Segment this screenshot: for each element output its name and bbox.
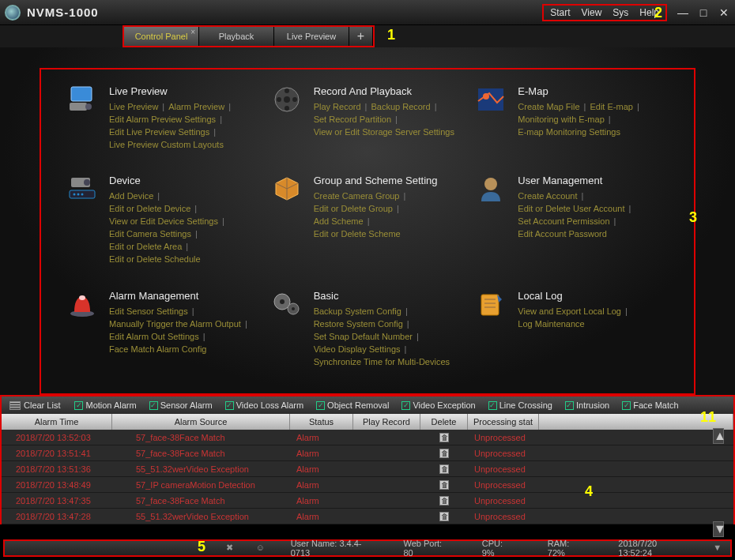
close-button[interactable]: ✕ [718, 8, 730, 17]
link-set-account-permission[interactable]: Set Account Permission [518, 215, 609, 227]
link-play-record[interactable]: Play Record [314, 100, 361, 113]
delete-icon[interactable]: 🗑 [439, 433, 449, 442]
link-view-export-log[interactable]: View and Export Local Log [518, 305, 621, 318]
svg-point-2 [85, 103, 92, 110]
link-edit-live-preview-settings[interactable]: Edit Live Preview Settings [109, 126, 209, 138]
delete-icon[interactable]: 🗑 [439, 512, 449, 521]
link-restore-config[interactable]: Restore System Config [314, 318, 403, 330]
link-emap-monitoring-settings[interactable]: E-map Monitoring Settings [518, 126, 620, 138]
link-set-record-partition[interactable]: Set Record Partition [314, 113, 391, 126]
link-live-preview[interactable]: Live Preview [109, 100, 158, 113]
clear-list-button[interactable]: Clear List [9, 400, 60, 410]
alarm-table-header: Alarm Time Alarm Source Status Play Reco… [0, 414, 735, 430]
cell-time: 2018/7/20 13:52:03 [2, 430, 112, 445]
module-title: Group and Scheme Setting [314, 175, 466, 186]
menu-start[interactable]: Start [550, 7, 570, 18]
link-create-map[interactable]: Create Map File [518, 100, 579, 113]
link-face-match-alarm-config[interactable]: Face Match Alarm Config [109, 343, 207, 355]
filter-face-match[interactable]: ✓Face Match [622, 400, 678, 410]
link-manual-trigger-alarm[interactable]: Manually Trigger the Alarm Output [109, 318, 241, 330]
link-sync-time[interactable]: Synchronize Time for Multi-Devices [314, 355, 450, 368]
cell-proc: Unprocessed [468, 445, 539, 460]
link-edit-camera-settings[interactable]: Edit Camera Settings [109, 227, 191, 240]
maximize-button[interactable]: □ [697, 8, 710, 17]
module-emap: E-Map Create Map File| Edit E-map| Monit… [473, 85, 670, 168]
link-edit-delete-device[interactable]: Edit or Delete Device [109, 202, 190, 215]
svg-point-8 [285, 106, 289, 111]
main-panel: Live Preview Live Preview| Alarm Preview… [0, 47, 735, 395]
link-alarm-preview[interactable]: Alarm Preview [168, 100, 224, 113]
filter-sensor-alarm[interactable]: ✓Sensor Alarm [149, 400, 213, 410]
close-icon[interactable]: × [190, 28, 195, 36]
delete-icon[interactable]: 🗑 [439, 449, 449, 458]
svg-rect-1 [70, 103, 87, 111]
filter-intrusion[interactable]: ✓Intrusion [565, 400, 609, 410]
tab-playback[interactable]: Playback [199, 27, 274, 46]
minimize-button[interactable]: — [677, 8, 689, 17]
link-storage-server-settings[interactable]: View or Edit Storage Server Settings [314, 126, 454, 138]
filter-line-crossing[interactable]: ✓Line Crossing [488, 400, 552, 410]
filter-video-loss[interactable]: ✓Video Loss Alarm [225, 400, 303, 410]
tools-icon[interactable]: ✖ [226, 543, 237, 554]
link-create-camera-group[interactable]: Create Camera Group [314, 190, 400, 202]
scrollbar-down[interactable]: ▼ [713, 521, 724, 537]
link-edit-delete-scheme[interactable]: Edit or Delete Scheme [314, 227, 401, 240]
filter-motion-alarm[interactable]: ✓Motion Alarm [74, 400, 136, 410]
svg-point-5 [285, 88, 289, 93]
menu-view[interactable]: View [582, 7, 602, 18]
monitor-icon [65, 85, 100, 117]
module-title: Local Log [518, 290, 670, 302]
cell-proc: Unprocessed [468, 461, 539, 476]
link-add-scheme[interactable]: Add Scheme [314, 215, 364, 227]
link-add-device[interactable]: Add Device [109, 190, 153, 202]
filter-object-removal[interactable]: ✓Object Removal [316, 400, 389, 410]
cell-status: Alarm [290, 477, 353, 492]
link-live-preview-custom-layouts[interactable]: Live Preview Custom Layouts [109, 138, 224, 151]
table-row[interactable]: 2018/7/20 13:51:4157_face-38Face MatchAl… [2, 445, 733, 461]
link-edit-alarm-out[interactable]: Edit Alarm Out Settings [109, 330, 199, 343]
delete-icon[interactable]: 🗑 [439, 496, 449, 506]
table-row[interactable]: 2018/7/20 13:52:0357_face-38Face MatchAl… [2, 430, 733, 445]
link-log-maintenance[interactable]: Log Maintenance [518, 318, 584, 330]
menu-help[interactable]: Help [639, 7, 659, 18]
table-row[interactable]: 2018/7/20 13:47:2855_51.32werVideo Excep… [2, 509, 733, 524]
link-edit-delete-area[interactable]: Edit or Delete Area [109, 240, 182, 253]
cell-play [353, 477, 420, 492]
link-create-account[interactable]: Create Account [518, 190, 577, 202]
chevron-down-icon[interactable]: ▼ [713, 543, 724, 554]
status-ram: RAM: 72% [548, 539, 583, 558]
link-edit-delete-schedule[interactable]: Edit or Delete Schedule [109, 253, 201, 265]
delete-icon[interactable]: 🗑 [439, 480, 449, 490]
tab-live-preview[interactable]: Live Preview [274, 27, 349, 46]
map-icon [473, 85, 508, 117]
cell-source: 57_face-38Face Match [112, 430, 290, 445]
scrollbar-up[interactable]: ▲ [713, 428, 724, 444]
link-view-edit-device-settings[interactable]: View or Edit Device Settings [109, 215, 218, 227]
link-backup-config[interactable]: Backup System Config [314, 305, 401, 318]
link-edit-delete-account[interactable]: Edit or Delete User Account [518, 202, 624, 215]
link-edit-alarm-preview-settings[interactable]: Edit Alarm Preview Settings [109, 113, 216, 126]
link-edit-account-password[interactable]: Edit Account Password [518, 227, 607, 240]
delete-icon[interactable]: 🗑 [439, 464, 449, 474]
table-row[interactable]: 2018/7/20 13:51:3655_51.32werVideo Excep… [2, 461, 733, 477]
cell-proc: Unprocessed [468, 493, 539, 508]
link-video-display-settings[interactable]: Video Display Settings [314, 343, 401, 355]
svg-rect-0 [71, 87, 92, 101]
filter-video-exception[interactable]: ✓Video Exception [401, 400, 475, 410]
tab-control-panel[interactable]: Control Panel× [124, 27, 199, 46]
link-snap-default-number[interactable]: Set Snap Default Number [314, 330, 413, 343]
table-row[interactable]: 2018/7/20 13:48:4957_IP cameraMotion Det… [2, 477, 733, 493]
link-edit-sensor-settings[interactable]: Edit Sensor Settings [109, 305, 188, 318]
module-live-preview: Live Preview Live Preview| Alarm Preview… [65, 85, 262, 168]
menu-sys[interactable]: Sys [612, 7, 628, 18]
link-edit-delete-group[interactable]: Edit or Delete Group [314, 202, 393, 215]
link-edit-emap[interactable]: Edit E-map [590, 100, 632, 113]
col-status: Status [290, 414, 353, 430]
user-icon[interactable]: ☺ [256, 543, 267, 554]
tab-add[interactable]: + [349, 27, 373, 46]
module-user-mgmt: User Management Create Account| Edit or … [473, 175, 670, 283]
link-backup-record[interactable]: Backup Record [371, 100, 430, 113]
svg-point-4 [284, 96, 290, 103]
table-row[interactable]: 2018/7/20 13:47:3557_face-38Face MatchAl… [2, 493, 733, 509]
link-monitoring-emap[interactable]: Monitoring with E-map [518, 113, 604, 126]
